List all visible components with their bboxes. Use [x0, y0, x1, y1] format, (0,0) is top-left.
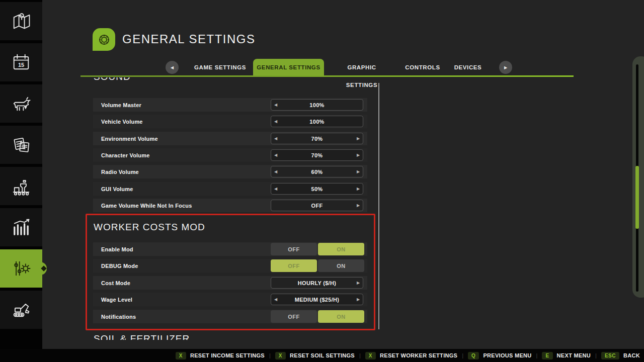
action-label: RESET WORKER SETTINGS — [380, 352, 457, 358]
stepper-left-arrow-icon[interactable]: ◀ — [271, 153, 280, 157]
contracts-icon — [10, 134, 32, 156]
footer-action-back[interactable]: ESCBACK — [601, 352, 640, 359]
footer-separator: | — [269, 352, 271, 358]
svg-text:15: 15 — [18, 62, 24, 68]
settings-row[interactable]: Character Volume◀70%▶ — [93, 148, 367, 162]
gear-icon — [97, 32, 112, 47]
option-stepper[interactable]: ◀50%▶ — [271, 183, 363, 195]
action-label: NEXT MENU — [557, 352, 591, 358]
footer-action-reset-worker-settings[interactable]: XRESET WORKER SETTINGS — [365, 352, 457, 359]
stepper-right-arrow-icon[interactable]: ▶ — [354, 169, 363, 174]
sidebar-item-settings[interactable] — [0, 249, 42, 288]
key-badge: X — [176, 352, 186, 359]
action-label: BACK — [623, 352, 640, 358]
stepper-right-arrow-icon[interactable]: ▶ — [354, 153, 363, 157]
key-badge: E — [542, 352, 552, 359]
option-stepper[interactable]: ◀70%▶ — [271, 133, 363, 144]
stepper-value: 100% — [280, 119, 354, 125]
action-label: RESET SOIL SETTINGS — [290, 352, 355, 358]
map-icon — [10, 10, 32, 32]
option-stepper[interactable]: ◀100%▶ — [271, 116, 363, 127]
stepper-value: 70% — [280, 136, 354, 142]
stepper-value: OFF — [280, 203, 354, 209]
section-heading-sound: SOUND — [94, 77, 305, 83]
stepper-value: 100% — [280, 102, 354, 108]
stepper-left-arrow-icon[interactable]: ◀ — [271, 136, 280, 141]
setting-label: Vehicle Volume — [93, 119, 143, 125]
footer-action-next-menu[interactable]: ENEXT MENU — [542, 352, 591, 359]
excavator-icon — [10, 299, 32, 321]
settings-row[interactable]: Radio Volume◀60%▶ — [93, 165, 367, 178]
stepper-left-arrow-icon[interactable]: ◀ — [271, 187, 280, 191]
key-badge: X — [275, 352, 286, 359]
setting-label: Character Volume — [93, 152, 150, 158]
footer-action-reset-soil-settings[interactable]: XRESET SOIL SETTINGS — [275, 352, 355, 359]
sidebar: 15 — [0, 0, 42, 349]
footer-separator: | — [595, 352, 597, 358]
page-scrollbar-thumb[interactable] — [635, 166, 639, 229]
chevron-left-icon: ◀ — [171, 65, 174, 70]
stepper-right-arrow-icon[interactable]: ▶ — [354, 136, 363, 141]
cow-icon — [10, 93, 32, 115]
sidebar-item-statistics[interactable] — [0, 208, 42, 246]
footer-separator: | — [462, 352, 463, 358]
highlight-rectangle — [86, 214, 375, 330]
section-heading-soil-fertilizer: SOIL & FERTILIZER — [94, 333, 305, 340]
key-badge: X — [365, 352, 376, 359]
footer-keybar: XRESET INCOME SETTINGS|XRESET SOIL SETTI… — [0, 349, 644, 362]
stepper-left-arrow-icon[interactable]: ◀ — [271, 119, 280, 124]
list-scrollbar[interactable] — [378, 83, 379, 329]
setting-label: GUI Volume — [93, 186, 133, 192]
setting-label: Environment Volume — [93, 136, 158, 142]
setting-label: Game Volume While Not In Focus — [93, 203, 192, 209]
settings-row[interactable]: Game Volume While Not In Focus◀OFF▶ — [93, 199, 367, 212]
key-badge: Q — [468, 352, 479, 359]
footer-action-reset-income-settings[interactable]: XRESET INCOME SETTINGS — [176, 352, 265, 359]
calendar-icon: 15 — [10, 51, 32, 73]
stepper-value: 70% — [280, 152, 354, 158]
general-settings-gear-icon — [93, 28, 115, 51]
setting-label: Radio Volume — [93, 169, 139, 175]
stepper-left-arrow-icon[interactable]: ◀ — [271, 103, 280, 107]
chevron-right-icon: ▶ — [504, 65, 507, 70]
sidebar-item-contracts[interactable] — [0, 126, 42, 164]
sidebar-item-production[interactable] — [0, 167, 42, 205]
settings-row[interactable]: Vehicle Volume◀100%▶ — [93, 115, 367, 128]
settings-row[interactable]: Environment Volume◀70%▶ — [93, 132, 367, 145]
key-badge: ESC — [601, 352, 619, 359]
footer-separator: | — [359, 352, 361, 358]
footer-action-previous-menu[interactable]: QPREVIOUS MENU — [468, 352, 531, 359]
option-stepper[interactable]: ◀100%▶ — [271, 99, 363, 111]
stepper-value: 50% — [280, 186, 354, 192]
page-title: GENERAL SETTINGS — [122, 32, 256, 46]
tab-controls[interactable]: CONTROLS — [405, 59, 441, 76]
sidebar-item-animals[interactable] — [0, 84, 42, 123]
stepper-right-arrow-icon[interactable]: ▶ — [354, 187, 363, 191]
tab-game-settings[interactable]: GAME SETTINGS — [191, 59, 249, 76]
production-icon — [10, 175, 32, 197]
tab-devices[interactable]: DEVICES — [452, 59, 484, 76]
tab-underline — [80, 75, 574, 77]
option-stepper[interactable]: ◀OFF▶ — [271, 200, 363, 211]
settings-row[interactable]: GUI Volume◀50%▶ — [93, 182, 367, 196]
tabs-scroll-right-button[interactable]: ▶ — [499, 61, 512, 74]
action-label: PREVIOUS MENU — [483, 352, 531, 358]
stats-icon — [10, 216, 32, 238]
stepper-right-arrow-icon[interactable]: ▶ — [354, 203, 363, 208]
tab-graphic-settings[interactable]: GRAPHIC SETTINGS — [331, 59, 392, 76]
settings-icon — [10, 257, 32, 280]
settings-row[interactable]: Volume Master◀100%▶ — [93, 98, 367, 112]
setting-label: Volume Master — [93, 102, 141, 108]
option-stepper[interactable]: ◀70%▶ — [271, 149, 363, 161]
option-stepper[interactable]: ◀60%▶ — [271, 166, 363, 177]
stepper-value: 60% — [280, 169, 354, 175]
stepper-left-arrow-icon[interactable]: ◀ — [271, 169, 280, 174]
footer-separator: | — [536, 352, 538, 358]
tab-general-settings[interactable]: GENERAL SETTINGS — [253, 59, 324, 76]
tabs-scroll-left-button[interactable]: ◀ — [166, 61, 179, 74]
general-settings-screen: { "header": { "title": "GENERAL SETTINGS… — [0, 0, 644, 362]
sidebar-item-calendar[interactable]: 15 — [0, 43, 42, 81]
sidebar-item-map[interactable] — [0, 2, 42, 40]
action-label: RESET INCOME SETTINGS — [190, 352, 265, 358]
sidebar-item-construction[interactable] — [0, 291, 42, 329]
